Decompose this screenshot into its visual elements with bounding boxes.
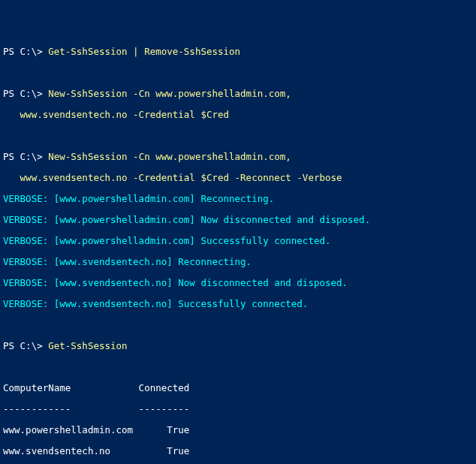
console-line[interactable]: PS C:\> New-SshSession -Cn www.powershel… <box>3 152 473 162</box>
command-text: New-SshSession -Cn www.powershelladmin.c… <box>48 88 291 99</box>
blank-line <box>3 320 473 330</box>
table-row: www.powershelladmin.com True <box>3 425 473 435</box>
command-continuation: www.svendsentech.no -Credential $Cred -R… <box>3 173 473 183</box>
prompt: PS C:\> <box>3 340 48 351</box>
verbose-output: VERBOSE: [www.powershelladmin.com] Succe… <box>3 236 473 246</box>
table-row: www.svendsentech.no True <box>3 446 473 456</box>
console-line[interactable]: PS C:\> Get-SshSession <box>3 341 473 351</box>
prompt: PS C:\> <box>3 88 48 99</box>
table-header: ComputerName Connected <box>3 383 473 393</box>
verbose-output: VERBOSE: [www.powershelladmin.com] Now d… <box>3 215 473 225</box>
prompt: PS C:\> <box>3 151 48 162</box>
command-continuation: www.svendsentech.no -Credential $Cred <box>3 110 473 120</box>
verbose-output: VERBOSE: [www.powershelladmin.com] Recon… <box>3 194 473 204</box>
blank-line <box>3 131 473 141</box>
table-header-underline: ------------ --------- <box>3 404 473 414</box>
prompt: PS C:\> <box>3 46 48 57</box>
console-line[interactable]: PS C:\> Get-SshSession | Remove-SshSessi… <box>3 47 473 57</box>
verbose-output: VERBOSE: [www.svendsentech.no] Successfu… <box>3 299 473 309</box>
console-line[interactable]: PS C:\> New-SshSession -Cn www.powershel… <box>3 89 473 99</box>
blank-line <box>3 362 473 372</box>
verbose-output: VERBOSE: [www.svendsentech.no] Reconnect… <box>3 257 473 267</box>
verbose-output: VERBOSE: [www.svendsentech.no] Now disco… <box>3 278 473 288</box>
command-text: Get-SshSession | Remove-SshSession <box>48 46 240 57</box>
command-text: New-SshSession -Cn www.powershelladmin.c… <box>48 151 291 162</box>
command-text: Get-SshSession <box>48 340 127 351</box>
blank-line <box>3 68 473 78</box>
